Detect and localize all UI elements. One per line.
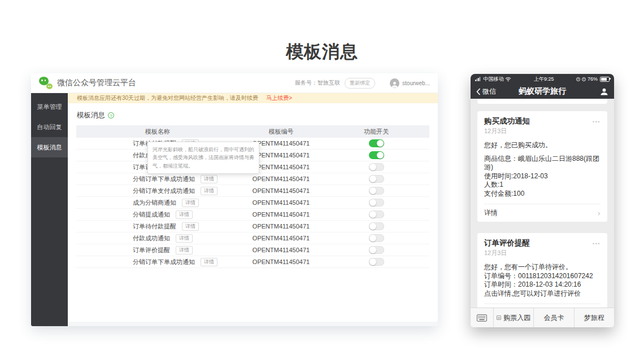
chevron-left-icon [476,88,481,95]
function-toggle[interactable] [369,234,384,242]
detail-button[interactable]: 详情 [182,222,199,231]
mini-menu-icon [497,315,501,320]
toolbar-item[interactable]: 购票入园 [494,308,534,327]
phone-toolbar: 购票入园 会员卡 梦旅程 [471,308,614,327]
card-line: 商品信息：峨眉山乐山二日游888(跟团游) [484,155,601,172]
detail-button[interactable]: 详情 [176,246,193,254]
toolbar-item-label: 会员卡 [543,313,564,323]
template-name: 分销订单下单成功通知 [133,175,195,183]
keyboard-toggle-button[interactable] [471,308,494,327]
battery-percent: 76% [588,76,598,82]
function-toggle[interactable] [369,210,384,218]
phone-toolbar-items: 购票入园 会员卡 梦旅程 [494,308,614,327]
message-card[interactable]: 订单评价提醒 ••• 12月3日 您好，您有一个订单待评价。订单编号：00118… [477,233,607,308]
back-button[interactable]: 微信 [476,87,496,96]
card-line: 您好，您有一个订单待评价。 [484,263,601,272]
detail-button[interactable]: 详情 [182,199,199,207]
template-name: 付款成功通知 [133,234,170,243]
template-id: OPENTM411450471 [239,175,324,182]
column-header-switch: 功能开关 [324,128,430,136]
service-account-label: 服务号：智旅互联 [295,79,340,87]
function-toggle[interactable] [369,175,384,183]
more-icon[interactable]: ••• [593,119,601,125]
function-toggle[interactable] [369,222,384,230]
card-body: 您好，您已购买成功。商品信息：峨眉山乐山二日游888(跟团游)使用时间:2018… [484,141,601,198]
detail-button[interactable]: 详情 [201,175,217,183]
phone-nav-bar: 微信 蚂蚁研学旅行 [471,84,614,99]
toolbar-item[interactable]: 梦旅程 [575,308,614,327]
more-icon[interactable]: ••• [593,241,601,247]
detail-button[interactable]: 详情 [176,210,193,219]
function-toggle[interactable] [369,163,384,171]
card-detail-link[interactable]: 详情 › [484,304,601,308]
card-line: 您好，您已购买成功。 [484,141,601,150]
previous-message-card-partial[interactable] [477,99,607,104]
rebind-button[interactable]: 重新绑定 [345,78,375,89]
column-header-name: 模板名称 [76,128,239,136]
card-line [484,150,601,155]
template-id: OPENTM411450471 [239,211,324,218]
function-toggle[interactable] [369,139,384,147]
sidebar-item[interactable]: 自动回复 [31,117,68,137]
alarm-icon [582,77,586,81]
section-title: 模板消息 [77,111,105,120]
card-title: 订单评价提醒 [484,239,530,248]
detail-label: 详情 [484,208,498,218]
function-toggle[interactable] [369,258,384,266]
template-name: 订单待付款提醒 [133,222,176,231]
template-id: OPENTM411450471 [239,247,324,253]
contact-icon[interactable] [600,87,608,96]
column-header-id: 模板编号 [239,128,324,136]
template-id: OPENTM411450471 [239,187,324,194]
user-avatar-icon [390,78,399,88]
phone-screenshot: 中国移动 上午9:25 76% 微信 蚂蚁研学旅行 [471,74,614,327]
sidebar-item[interactable]: 模板消息 [31,137,68,157]
back-label: 微信 [482,87,496,96]
card-detail-link[interactable]: 详情 › [484,204,601,222]
table-row: 订单评价提醒 详情 OPENTM411450471 [76,244,429,256]
message-card[interactable]: 购买成功通知 ••• 12月3日 您好，您已购买成功。商品信息：峨眉山乐山二日游… [477,111,607,222]
sidebar-item[interactable]: 菜单管理 [31,96,68,117]
chevron-right-icon: › [597,210,601,217]
card-line: 订单时间：2018-12-03 14:20:16 [484,280,601,289]
template-name: 分销订单下单成功通知 [133,258,195,266]
carrier-label: 中国移动 [483,76,503,83]
orientation-lock-icon [576,77,580,81]
template-id: OPENTM411450471 [239,199,324,206]
table-row: 分销订单支付成功通知 详情 OPENTM411450471 [76,185,429,197]
message-list: 购买成功通知 ••• 12月3日 您好，您已购买成功。商品信息：峨眉山乐山二日游… [471,99,614,308]
detail-button[interactable]: 详情 [201,187,217,195]
card-date: 12月3日 [484,249,601,257]
card-line: 人数:1 [484,181,601,190]
battery-icon [600,77,610,82]
admin-content: 模板消息应用还有30天过期，为避免对您网站经营产生影响，请及时续费 马上续费> … [68,93,438,326]
signal-icon [475,77,480,81]
detail-button[interactable]: 详情 [201,258,217,266]
username-label: stourweb... [402,80,430,86]
sidebar-menu: 菜单管理 自动回复 模板消息 [31,93,68,326]
card-line: 使用时间:2018-12-03 [484,172,601,181]
admin-app-title: 微信公众号管理云平台 [57,78,136,88]
account-menu[interactable]: stourweb... [390,78,430,88]
function-toggle[interactable] [369,246,384,254]
renew-link[interactable]: 马上续费> [266,94,292,102]
card-line: 点击详情,您可以对订单进行评价 [484,289,601,298]
page-title: 模板消息 [0,40,644,64]
toolbar-item-label: 梦旅程 [584,313,604,323]
table-row: 订单待付款提醒 详情 OPENTM411450471 [76,221,429,232]
wifi-icon [505,77,511,82]
template-name: 分销订单支付成功通知 [133,187,195,195]
phone-status-bar: 中国移动 上午9:25 76% [471,74,614,84]
template-name: 成为分销商通知 [133,199,176,207]
detail-button[interactable]: 详情 [176,234,193,243]
detail-tooltip: 河岸光影斜映，船只破浪前行，雨中可遇到的美空气，感受海风吹拂，法国画家将诗情与勇… [147,142,259,174]
function-toggle[interactable] [369,199,384,207]
toolbar-item[interactable]: 会员卡 [534,308,574,327]
function-toggle[interactable] [369,187,384,195]
help-icon[interactable]: ? [108,112,114,118]
keyboard-icon [477,314,487,322]
template-name: 订单评价提醒 [133,246,170,254]
card-line: 支付金额:100 [484,190,601,199]
template-id: OPENTM411450471 [239,235,324,242]
function-toggle[interactable] [369,151,384,159]
